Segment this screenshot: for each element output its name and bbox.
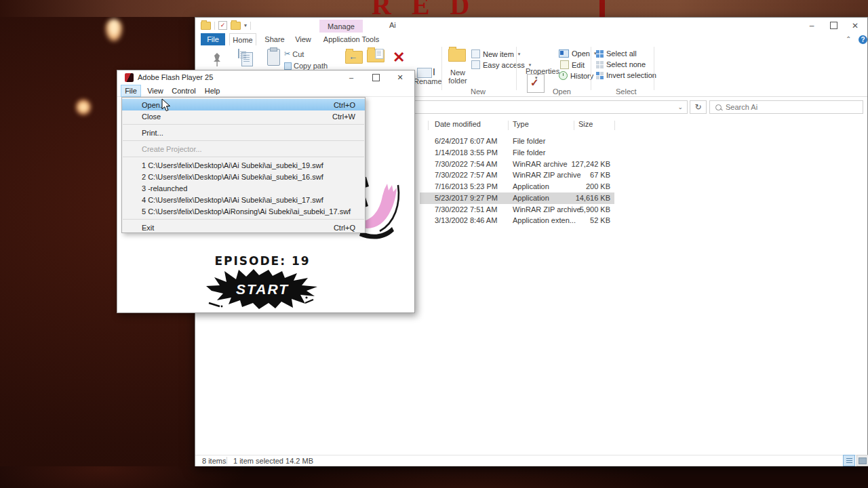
maximize-button[interactable] [823, 18, 844, 33]
table-row[interactable]: 7/30/2022 7:54 AM WinRAR archive 127,242… [420, 159, 614, 170]
refresh-button[interactable]: ↻ [690, 100, 707, 114]
copy-icon[interactable] [238, 49, 239, 58]
status-selection: 1 item selected 14.2 MB [233, 457, 313, 465]
maximize-button[interactable] [363, 70, 388, 84]
table-row[interactable]: 7/30/2022 7:57 AM WinRAR ZIP archive 67 … [420, 169, 614, 181]
divider [214, 22, 215, 30]
cell-type: WinRAR ZIP archive [513, 171, 581, 179]
tab-home[interactable]: Home [229, 33, 256, 45]
menu-item-recent-3[interactable]: 3 -relaunched [122, 182, 365, 194]
window-title: Adobe Flash Player 25 [138, 73, 213, 81]
new-folder-icon[interactable] [231, 22, 241, 30]
minimize-button[interactable]: – [339, 70, 363, 84]
maximize-icon [830, 22, 837, 29]
rename-icon[interactable] [417, 68, 432, 78]
menu-view[interactable]: View [144, 85, 166, 97]
thumbnail-view-icon [859, 458, 867, 464]
table-row[interactable]: 3/13/2002 8:46 AM Application exten... 5… [420, 215, 614, 226]
new-folder-label[interactable]: New folder [446, 68, 469, 85]
cut-button[interactable]: ✂ Cut [284, 49, 304, 58]
column-header-type[interactable]: Type [513, 120, 529, 131]
qat-customize-icon[interactable]: ▾ [244, 22, 247, 28]
close-button[interactable]: ✕ [388, 70, 412, 84]
menu-item-recent-1[interactable]: 1 C:\Users\felix\Desktop\Ai\Ai Subeki\ai… [122, 159, 365, 171]
menu-item-create-projector[interactable]: Create Projector... [122, 143, 365, 155]
refresh-icon: ↻ [694, 102, 701, 112]
menu-help[interactable]: Help [201, 85, 223, 97]
tab-view[interactable]: View [292, 33, 315, 45]
desktop: RED ✓ ▾ Manage Ai – ✕ File Home Share Vi… [0, 0, 868, 488]
tab-file[interactable]: File [201, 33, 225, 45]
properties-icon[interactable]: ✓ [218, 21, 227, 30]
column-header-date[interactable]: Date modified [435, 120, 481, 131]
history-button[interactable]: History [559, 71, 593, 80]
start-button[interactable]: START [205, 268, 320, 311]
table-row[interactable]: 6/24/2017 6:07 AM File folder [420, 136, 614, 147]
table-row-selected[interactable]: 5/23/2017 9:27 PM Application 14,616 KB [420, 192, 614, 204]
status-bar: 8 items 1 item selected 14.2 MB [195, 455, 867, 466]
table-row[interactable]: 1/14/2018 3:55 PM File folder [420, 147, 614, 159]
status-item-count: 8 items [202, 457, 226, 465]
cell-size: 127,242 KB [572, 160, 611, 168]
scissors-icon: ✂ [284, 49, 290, 58]
cell-date: 6/24/2017 6:07 AM [435, 137, 497, 145]
close-button[interactable]: ✕ [844, 18, 866, 33]
invert-selection-button[interactable]: Invert selection [596, 71, 656, 79]
select-none-button[interactable]: Select none [596, 60, 646, 68]
new-folder-button[interactable] [448, 49, 466, 62]
chevron-down-icon[interactable]: ⌄ [677, 104, 683, 110]
ribbon-collapse-icon[interactable]: ⌃ [846, 35, 851, 43]
menu-item-exit[interactable]: Exit Ctrl+Q [122, 222, 365, 233]
menu-file[interactable]: File [121, 85, 141, 97]
menu-item-recent-5[interactable]: 5 C:\Users\felix\Desktop\AiRonsing\Ai Su… [122, 205, 365, 217]
search-input[interactable]: Search Ai [709, 100, 863, 114]
group-label-new: New [471, 87, 486, 96]
copy-doc-icon [376, 49, 384, 59]
caption-buttons: – ✕ [801, 18, 866, 33]
select-none-icon [596, 61, 604, 68]
cell-type: WinRAR ZIP archive [513, 205, 581, 214]
divider [226, 457, 227, 464]
menu-item-recent-2[interactable]: 2 C:\Users\felix\Desktop\Ai\Ai Subeki\ai… [122, 171, 365, 182]
move-to-button[interactable]: ← [345, 51, 363, 64]
table-row[interactable]: 7/30/2022 7:51 AM WinRAR ZIP archive 5,9… [420, 204, 614, 216]
minimize-button[interactable]: – [801, 18, 823, 33]
dropdown-caret-icon: ▾ [535, 75, 538, 81]
menu-item-recent-4[interactable]: 4 C:\Users\felix\Desktop\Ai\Ai Subeki\ai… [122, 194, 365, 205]
easy-access-button[interactable]: Easy access ▾ [471, 60, 531, 69]
window-title: Ai [389, 21, 396, 29]
select-all-icon [596, 50, 604, 58]
start-label: START [236, 281, 289, 297]
rename-label[interactable]: Rename [414, 77, 442, 85]
copy-to-button[interactable] [367, 49, 384, 62]
tab-application-tools[interactable]: Application Tools [319, 33, 383, 45]
table-row[interactable]: 7/16/2013 5:23 PM Application 200 KB [420, 181, 614, 192]
properties-label[interactable]: Properties [526, 67, 559, 75]
menu-item-close[interactable]: Close Ctrl+W [122, 110, 365, 122]
delete-button[interactable]: ✕ [393, 49, 405, 66]
menu-control[interactable]: Control [169, 85, 199, 97]
menu-item-print[interactable]: Print... [122, 127, 365, 138]
copy-path-button[interactable]: Copy path [284, 62, 328, 70]
tab-share[interactable]: Share [262, 33, 288, 45]
folder-icon[interactable] [201, 22, 211, 30]
edit-icon [560, 60, 569, 69]
thumbnail-view-button[interactable] [856, 455, 868, 466]
details-view-button[interactable] [843, 455, 855, 466]
paste-icon[interactable] [267, 49, 280, 66]
cell-date: 3/13/2002 8:46 AM [435, 216, 497, 224]
copy-path-icon [284, 62, 292, 70]
menu-item-open[interactable]: Open... Ctrl+O [122, 99, 365, 110]
column-divider [428, 121, 429, 130]
menu-separator [123, 219, 364, 220]
edit-button[interactable]: Edit [560, 60, 585, 69]
pin-to-quick-access-icon[interactable] [211, 52, 223, 67]
address-bar[interactable]: ⌄ [399, 100, 688, 114]
history-icon [559, 71, 568, 80]
cell-size: 67 KB [590, 171, 610, 179]
new-item-button[interactable]: New item ▾ [471, 49, 520, 58]
help-button[interactable]: ? [859, 35, 867, 44]
select-all-button[interactable]: Select all [596, 49, 637, 58]
cell-type: Application [513, 194, 549, 202]
column-header-size[interactable]: Size [578, 120, 593, 131]
